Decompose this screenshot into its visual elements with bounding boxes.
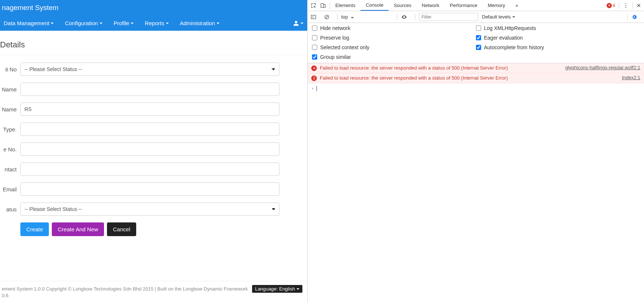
console-output: ✕ Failed to load resource: the server re… — [308, 63, 644, 302]
error-badge-icon: ✕ — [607, 3, 612, 8]
message-source-link[interactable]: Index2:1 — [622, 75, 640, 80]
message-text: Failed to load resource: the server resp… — [320, 75, 618, 81]
check-group-similar[interactable]: Group similar — [312, 54, 476, 60]
sidebar-toggle-icon[interactable] — [311, 14, 316, 20]
filter-input[interactable] — [419, 13, 478, 21]
tab-memory[interactable]: Memory — [483, 0, 510, 10]
app-panel: nagement System Data Management Configur… — [0, 0, 307, 302]
cancel-button[interactable]: Cancel — [107, 222, 136, 236]
message-source-link[interactable]: glyphicons-halflings-regular.woff2:1 — [565, 65, 640, 70]
form-row: Type. — [0, 123, 307, 136]
check-hide-network[interactable]: Hide network — [312, 25, 476, 31]
caret-down-icon — [301, 23, 303, 24]
nav-data-management[interactable]: Data Management — [4, 20, 54, 26]
context-select[interactable]: top — [341, 14, 393, 20]
error-icon: ✕ — [311, 66, 317, 71]
button-row: Create Create And New Cancel — [20, 222, 307, 236]
check-autocomplete[interactable]: Autocomplete from history — [476, 44, 640, 50]
svg-line-4 — [325, 16, 328, 19]
footer-version: 0.6 — [2, 293, 9, 298]
unit-no-select[interactable]: -- Please Select Status -- — [20, 63, 279, 76]
footer-text: ement System 1.0.0 Copyright © Longbow T… — [2, 286, 248, 292]
no-input[interactable] — [20, 142, 279, 156]
user-menu[interactable] — [293, 20, 303, 26]
form-row: atus -- Please Select Status -- — [0, 202, 307, 216]
console-message: ✕ Failed to load resource: the server re… — [308, 63, 644, 73]
caret-down-icon — [100, 23, 103, 24]
type-input[interactable] — [20, 123, 279, 136]
device-icon[interactable] — [320, 3, 326, 9]
devtools-panel: Elements Console Sources Network Perform… — [307, 0, 644, 302]
tab-console[interactable]: Console — [360, 0, 389, 11]
form-row: it No -- Please Select Status -- — [0, 63, 307, 76]
language-select[interactable]: Language: English — [252, 285, 302, 293]
navbar: Data Management Configuration Profile Re… — [0, 16, 307, 31]
caret-down-icon — [51, 23, 54, 24]
form-row: ntact — [0, 162, 307, 176]
email-input[interactable] — [20, 182, 279, 196]
caret-down-icon — [217, 23, 219, 24]
app-title: nagement System — [0, 0, 307, 16]
form-row: Email — [0, 182, 307, 196]
error-indicator[interactable]: ✕ 4 — [607, 3, 615, 8]
tab-performance[interactable]: Performance — [445, 0, 482, 10]
user-icon — [293, 20, 299, 26]
name-input-1[interactable] — [20, 83, 279, 96]
nav-configuration[interactable]: Configuration — [65, 20, 102, 26]
check-preserve-log[interactable]: Preserve log — [312, 35, 476, 41]
app-header: nagement System Data Management Configur… — [0, 0, 307, 31]
nav-reports[interactable]: Reports — [145, 20, 169, 26]
live-expression-icon[interactable] — [401, 14, 407, 20]
field-label: Type. — [0, 126, 20, 132]
check-eager-eval[interactable]: Eager evaluation — [476, 35, 640, 41]
close-devtools-icon[interactable]: ✕ — [637, 3, 641, 9]
console-toolbar: top Default levels — [308, 11, 644, 23]
more-menu-icon[interactable]: ⋮ — [623, 2, 629, 9]
form-row: e No. — [0, 142, 307, 156]
svg-rect-1 — [323, 4, 325, 7]
clear-console-icon[interactable] — [324, 14, 330, 20]
form-row: Name — [0, 83, 307, 96]
caret-down-icon — [131, 23, 134, 24]
status-select[interactable]: -- Please Select Status -- — [20, 202, 279, 216]
console-prompt[interactable]: › — [308, 83, 644, 93]
error-count: 4 — [613, 3, 615, 8]
message-text: Failed to load resource: the server resp… — [320, 65, 561, 71]
tab-sources[interactable]: Sources — [389, 0, 417, 10]
devtools-tabbar: Elements Console Sources Network Perform… — [308, 0, 644, 11]
check-log-xhr[interactable]: Log XMLHttpRequests — [476, 25, 640, 31]
form-row: Name — [0, 103, 307, 116]
caret-down-icon — [166, 23, 169, 24]
footer: ement System 1.0.0 Copyright © Longbow T… — [0, 281, 307, 302]
caret-down-icon — [296, 288, 299, 290]
console-settings: Hide network Preserve log Selected conte… — [308, 23, 644, 63]
field-label: Name — [0, 106, 20, 113]
settings-gear-icon[interactable] — [631, 14, 637, 20]
field-label: e No. — [0, 146, 20, 152]
create-button[interactable]: Create — [20, 222, 49, 236]
create-and-new-button[interactable]: Create And New — [52, 222, 104, 236]
content-area: Details it No -- Please Select Status --… — [0, 31, 307, 281]
field-label: Email — [0, 186, 20, 192]
name-input-2[interactable] — [20, 103, 279, 116]
divider — [0, 55, 307, 55]
field-label: atus — [0, 206, 20, 212]
tab-network[interactable]: Network — [417, 0, 445, 10]
nav-profile[interactable]: Profile — [114, 20, 134, 26]
error-count-badge: 3 — [311, 76, 317, 81]
console-message: 3 Failed to load resource: the server re… — [308, 73, 644, 83]
tab-elements[interactable]: Elements — [330, 0, 360, 10]
inspect-icon[interactable] — [311, 3, 316, 9]
nav-administration[interactable]: Administration — [180, 20, 219, 26]
contact-input[interactable] — [20, 162, 279, 176]
levels-select[interactable]: Default levels — [482, 14, 515, 20]
field-label: Name — [0, 86, 20, 93]
tabs-more[interactable]: » — [510, 0, 523, 10]
field-label: ntact — [0, 166, 20, 172]
field-label: it No — [0, 66, 20, 73]
section-title: Details — [0, 40, 307, 50]
check-selected-context[interactable]: Selected context only — [312, 44, 476, 50]
